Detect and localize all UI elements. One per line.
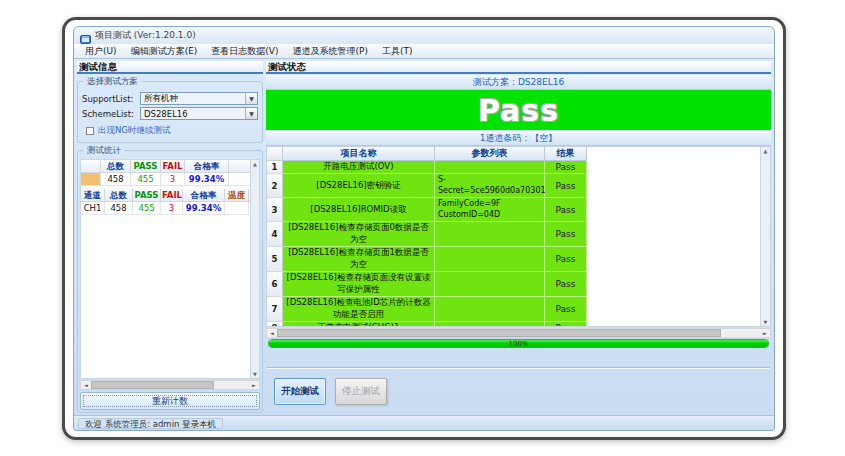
stats-vertical-scrollbar[interactable]: ▲ ▼ — [250, 160, 259, 378]
item-result: Pass — [545, 297, 587, 322]
status-message: 欢迎 系统管理员: admin 登录本机 — [78, 418, 223, 429]
item-params — [435, 297, 545, 322]
item-name: 开路电压测试(OV) — [283, 161, 435, 174]
scroll-up-icon[interactable]: ▲ — [764, 148, 768, 154]
scroll-right-icon[interactable]: ► — [249, 382, 259, 388]
results-hscroll-thumb[interactable] — [277, 329, 721, 337]
schemelist-label: SchemeList: — [82, 109, 140, 119]
schemelist-dropdown[interactable]: DS28EL16 ▼ — [140, 107, 258, 120]
item-params — [435, 161, 545, 174]
results-header-blank — [267, 147, 283, 161]
table-row[interactable]: 3 [DS28EL16]ROMID读取 FamilyCode=9F Custom… — [267, 198, 760, 222]
summary-fail: 3 — [161, 173, 185, 186]
menu-view-logs[interactable]: 查看日志数据(V) — [204, 45, 285, 58]
summary-pass: 455 — [131, 173, 161, 186]
channel-header-pass: PASS — [133, 189, 161, 202]
menu-edit-scheme[interactable]: 编辑测试方案(E) — [124, 45, 205, 58]
row-number: 5 — [267, 247, 283, 272]
item-result: Pass — [545, 198, 587, 222]
scroll-up-icon[interactable]: ▲ — [253, 161, 257, 167]
item-params: FamilyCode=9F CustomID=04D — [435, 198, 545, 222]
supportlist-row: SupportList: 所有机种 ▼ — [82, 92, 258, 105]
action-button-row: 开始测试 停止测试 — [266, 369, 771, 413]
start-test-button[interactable]: 开始测试 — [274, 378, 326, 405]
item-params — [435, 222, 545, 247]
summary-header-row: 总数 PASS FAIL 合格率 — [81, 160, 259, 173]
app-icon — [80, 30, 91, 41]
stats-hscroll-track[interactable] — [91, 381, 249, 389]
item-params — [435, 322, 545, 327]
channel-header-rate: 合格率 — [183, 189, 225, 202]
table-row[interactable]: 4 [DS28EL16]检查存储页面0数据是否为空 Pass — [267, 222, 760, 247]
item-name: 正常充电测试(CHG)1 — [283, 322, 435, 327]
channel-fail: 3 — [161, 202, 183, 215]
item-result: Pass — [545, 247, 587, 272]
channel-header-channel: 通道 — [81, 189, 105, 202]
scroll-right-icon[interactable]: ► — [760, 330, 770, 336]
chevron-down-icon[interactable]: ▼ — [245, 93, 257, 104]
results-horizontal-scrollbar[interactable]: ◄ ► — [266, 328, 771, 338]
item-name: [DS28EL16]检查存储页面没有设置读写保护属性 — [283, 272, 435, 297]
table-row[interactable]: 2 [DS28EL16]密钥验证 S-Secret=5ce5960d0a7030… — [267, 174, 760, 198]
results-hscroll-track[interactable] — [277, 329, 760, 337]
reset-count-button[interactable]: 重新计数 — [80, 392, 260, 410]
scroll-down-icon[interactable]: ▼ — [764, 319, 768, 325]
item-params — [435, 247, 545, 272]
summary-header-fail: FAIL — [161, 160, 185, 173]
progress-bar: 100% — [268, 339, 769, 348]
menu-channel-system[interactable]: 通道及系统管理(P) — [286, 45, 375, 58]
channel-name: CH1 — [81, 202, 105, 215]
summary-header-blank — [81, 160, 101, 173]
test-status-header: 测试状态 — [266, 61, 771, 74]
stats-horizontal-scrollbar[interactable]: ◄ ► — [80, 380, 260, 390]
row-number: 7 — [267, 297, 283, 322]
supportlist-dropdown[interactable]: 所有机种 ▼ — [140, 92, 258, 105]
table-row[interactable]: 7 [DS28EL16]检查电池ID芯片的计数器功能是否启用 Pass — [267, 297, 760, 322]
channel-header-row: 通道 总数 PASS FAIL 合格率 温度 上次 — [81, 189, 259, 202]
scroll-left-icon[interactable]: ◄ — [81, 382, 91, 388]
channel-data-row[interactable]: CH1 458 455 3 99.34% — [81, 202, 259, 215]
item-result: Pass — [545, 174, 587, 198]
channel-pass: 455 — [133, 202, 161, 215]
channel-header-temp: 温度 — [225, 189, 249, 202]
test-status-panel: 测试状态 测试方案：DS28EL16 Pass 1通道条码：【空】 项目名称 参… — [266, 61, 771, 413]
results-header-result: 结果 — [545, 147, 587, 161]
summary-rate: 99.34% — [185, 173, 229, 186]
item-result: Pass — [545, 222, 587, 247]
results-header-name: 项目名称 — [283, 147, 435, 161]
supportlist-value: 所有机种 — [141, 93, 245, 105]
menu-tools[interactable]: 工具(T) — [375, 45, 420, 58]
table-row[interactable]: 8 正常充电测试(CHG)1 Pass — [267, 322, 760, 327]
title-bar: 项目测试 (Ver:1.20.1.0) — [74, 27, 774, 44]
item-result: Pass — [545, 272, 587, 297]
item-name: [DS28EL16]ROMID读取 — [283, 198, 435, 222]
summary-header-pass: PASS — [131, 160, 161, 173]
chevron-down-icon[interactable]: ▼ — [245, 108, 257, 119]
continue-on-ng-checkbox[interactable] — [86, 127, 94, 135]
channel-temp — [225, 202, 249, 215]
table-row[interactable]: 1 开路电压测试(OV) Pass — [267, 161, 760, 174]
results-header-row: 项目名称 参数列表 结果 — [267, 147, 760, 161]
device-frame: 项目测试 (Ver:1.20.1.0) 用户(U) 编辑测试方案(E) 查看日志… — [62, 17, 786, 440]
main-content: 测试信息 选择测试方案 SupportList: 所有机种 ▼ SchemeLi… — [74, 59, 774, 415]
scheme-info-bar: 测试方案：DS28EL16 — [266, 75, 771, 90]
row-number: 1 — [267, 161, 283, 174]
item-name: [DS28EL16]密钥验证 — [283, 174, 435, 198]
menu-user[interactable]: 用户(U) — [78, 45, 124, 58]
summary-total: 458 — [101, 173, 131, 186]
row-number: 3 — [267, 198, 283, 222]
summary-row-selector — [81, 173, 101, 186]
test-info-header: 测试信息 — [77, 61, 263, 74]
stats-table-area: 总数 PASS FAIL 合格率 458 455 3 — [80, 159, 260, 379]
results-vertical-scrollbar[interactable]: ▲ ▼ — [760, 147, 770, 326]
table-row[interactable]: 5 [DS28EL16]检查存储页面1数据是否为空 Pass — [267, 247, 760, 272]
table-row[interactable]: 6 [DS28EL16]检查存储页面没有设置读写保护属性 Pass — [267, 272, 760, 297]
summary-data-row[interactable]: 458 455 3 99.34% — [81, 173, 259, 186]
scroll-left-icon[interactable]: ◄ — [267, 330, 277, 336]
scroll-down-icon[interactable]: ▼ — [253, 371, 257, 377]
status-bar: 欢迎 系统管理员: admin 登录本机 — [74, 415, 774, 430]
scheme-select-group: 选择测试方案 SupportList: 所有机种 ▼ SchemeList: D — [77, 81, 263, 143]
window-title: 项目测试 (Ver:1.20.1.0) — [95, 29, 196, 42]
stats-hscroll-thumb[interactable] — [91, 381, 214, 389]
result-banner: Pass — [266, 90, 771, 130]
